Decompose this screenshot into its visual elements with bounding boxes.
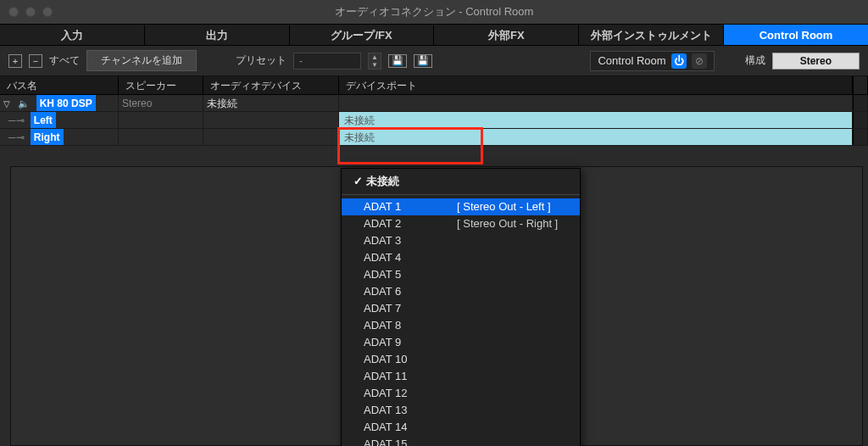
port-value[interactable]: 未接続: [339, 112, 852, 128]
dropdown-item-port: ADAT 7: [364, 301, 457, 316]
device-cell[interactable]: 未接続: [203, 95, 339, 111]
tab-output[interactable]: 出力: [145, 25, 290, 45]
col-device[interactable]: オーディオデバイス: [203, 76, 339, 94]
table-row[interactable]: ─⊸ Right 未接続: [0, 129, 868, 146]
dropdown-item-port: ADAT 13: [364, 403, 457, 418]
dropdown-item-port: ADAT 3: [364, 233, 457, 248]
connector-icon: ─⊸: [8, 131, 25, 143]
close-icon[interactable]: [8, 7, 19, 17]
dropdown-item-port: ADAT 2: [364, 216, 457, 231]
dropdown-item[interactable]: ADAT 10: [342, 351, 580, 368]
table-row[interactable]: ▽ 🔈 KH 80 DSP Stereo 未接続: [0, 95, 868, 112]
tab-control-room[interactable]: Control Room: [724, 25, 868, 45]
bypass-icon[interactable]: ⊘: [692, 53, 707, 69]
dropdown-item[interactable]: ADAT 1[ Stereo Out - Left ]: [342, 198, 580, 215]
col-busname[interactable]: バス名: [0, 76, 119, 94]
dropdown-item[interactable]: ADAT 7: [342, 300, 580, 317]
dropdown-item[interactable]: ADAT 6: [342, 283, 580, 300]
control-room-status: Control Room ⏻ ⊘: [590, 51, 714, 71]
dropdown-item-port: ADAT 1: [364, 199, 457, 215]
expand-all-icon[interactable]: +: [8, 54, 22, 68]
dropdown-item[interactable]: ADAT 11: [342, 368, 580, 385]
dropdown-item[interactable]: ADAT 9: [342, 334, 580, 351]
dropdown-item[interactable]: ADAT 2[ Stereo Out - Right ]: [342, 215, 580, 232]
port-value[interactable]: 未接続: [339, 129, 852, 145]
tab-externalfx[interactable]: 外部FX: [434, 25, 579, 45]
port-cell[interactable]: 未接続: [339, 112, 853, 128]
cr-text: Control Room: [598, 54, 665, 67]
dropdown-item-port: ADAT 10: [364, 352, 457, 367]
titlebar: オーディオコネクション - Control Room: [0, 0, 868, 24]
dropdown-item[interactable]: ADAT 15: [342, 436, 580, 446]
tab-input[interactable]: 入力: [0, 25, 145, 45]
bus-cell[interactable]: ─⊸ Left: [0, 112, 119, 128]
preset-label: プリセット: [236, 53, 287, 68]
window: オーディオコネクション - Control Room 入力 出力 グループ/FX…: [0, 0, 868, 446]
bus-name[interactable]: Left: [31, 112, 56, 128]
dropdown-item[interactable]: ADAT 5: [342, 266, 580, 283]
dropdown-item[interactable]: ADAT 14: [342, 419, 580, 436]
power-icon[interactable]: ⏻: [671, 53, 687, 69]
dropdown-item-port: ADAT 5: [364, 267, 457, 282]
zoom-icon[interactable]: [42, 7, 53, 17]
config-value[interactable]: Stereo: [772, 53, 860, 70]
bus-cell[interactable]: ▽ 🔈 KH 80 DSP: [0, 95, 119, 111]
col-port[interactable]: デバイスポート: [339, 76, 853, 94]
dropdown-item[interactable]: ADAT 13: [342, 402, 580, 419]
bus-cell[interactable]: ─⊸ Right: [0, 129, 119, 145]
config-label: 構成: [745, 53, 765, 68]
tab-bar: 入力 出力 グループ/FX 外部FX 外部インストゥルメント Control R…: [0, 24, 868, 46]
window-title: オーディオコネクション - Control Room: [0, 4, 868, 20]
bus-name[interactable]: Right: [31, 129, 64, 145]
toolbar: + − すべて チャンネルを追加 プリセット - ▲▼ 💾 💾 Control …: [0, 46, 868, 76]
port-cell[interactable]: 未接続: [339, 129, 853, 145]
dropdown-item-port: ADAT 9: [364, 335, 457, 350]
dropdown-item-port: ADAT 6: [364, 284, 457, 299]
table-body: ▽ 🔈 KH 80 DSP Stereo 未接続 ─⊸ Left 未接続: [0, 95, 868, 146]
delete-preset-icon[interactable]: 💾: [414, 54, 432, 68]
dropdown-item-port: ADAT 14: [364, 420, 457, 435]
dropdown-item-note: [ Stereo Out - Right ]: [457, 216, 558, 231]
port-cell: [339, 95, 853, 111]
save-preset-icon[interactable]: 💾: [388, 54, 407, 68]
tab-external-instrument[interactable]: 外部インストゥルメント: [579, 25, 724, 45]
tab-groupfx[interactable]: グループ/FX: [290, 25, 435, 45]
dropdown-item[interactable]: ADAT 12: [342, 385, 580, 402]
col-speaker[interactable]: スピーカー: [119, 76, 203, 94]
dropdown-item-port: ADAT 11: [364, 369, 457, 384]
dropdown-item-note: [ Stereo Out - Left ]: [457, 199, 551, 215]
dropdown-current[interactable]: 未接続: [342, 172, 580, 191]
minimize-icon[interactable]: [25, 7, 36, 17]
connector-icon: ─⊸: [8, 114, 25, 126]
dropdown-item-port: ADAT 12: [364, 386, 457, 401]
table-row[interactable]: ─⊸ Left 未接続: [0, 112, 868, 129]
bus-name[interactable]: KH 80 DSP: [36, 95, 96, 111]
dropdown-item[interactable]: ADAT 8: [342, 317, 580, 334]
port-dropdown[interactable]: 未接続 ADAT 1[ Stereo Out - Left ]ADAT 2[ S…: [341, 168, 581, 446]
dropdown-item-port: ADAT 4: [364, 250, 457, 265]
traffic-lights: [8, 7, 53, 17]
dropdown-item[interactable]: ADAT 4: [342, 249, 580, 266]
disclosure-triangle-icon[interactable]: ▽: [3, 99, 10, 109]
preset-select[interactable]: -: [293, 53, 361, 70]
speaker-icon: 🔈: [18, 98, 30, 109]
dropdown-item[interactable]: ADAT 3: [342, 232, 580, 249]
all-label: すべて: [49, 53, 80, 68]
dropdown-item-port: ADAT 15: [364, 437, 457, 446]
dropdown-item-port: ADAT 8: [364, 318, 457, 333]
dropdown-separator: [342, 194, 580, 195]
add-channel-button[interactable]: チャンネルを追加: [86, 50, 197, 71]
speaker-cell: Stereo: [119, 95, 203, 111]
preset-spinner[interactable]: ▲▼: [368, 53, 381, 70]
table-header: バス名 スピーカー オーディオデバイス デバイスポート: [0, 76, 868, 95]
collapse-all-icon[interactable]: −: [29, 54, 42, 68]
col-scroll: [853, 76, 868, 94]
